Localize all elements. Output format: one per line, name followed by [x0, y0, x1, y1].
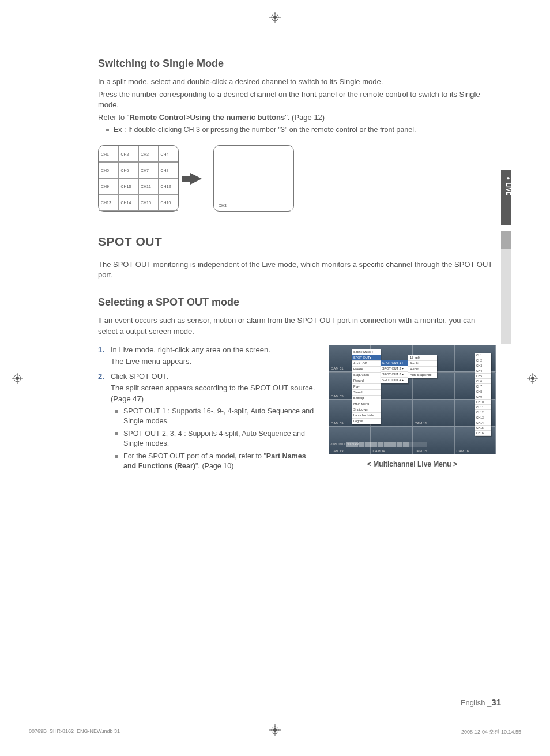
grid-cell: CH8: [159, 162, 179, 178]
submenu-item[interactable]: CH10: [475, 400, 491, 405]
svg-point-5: [531, 377, 534, 380]
submenu-item[interactable]: SPOT OUT 2 ▸: [381, 366, 408, 372]
body-text: Press the number corresponding to a desi…: [98, 89, 496, 110]
print-date: 2008-12-04 오전 10:14:55: [461, 728, 521, 736]
grid-cell: CH2: [119, 146, 139, 162]
submenu-item[interactable]: SPOT OUT 4 ▸: [381, 378, 408, 383]
grid-cell: CH5: [99, 162, 119, 178]
steps-column: In Live mode, right-click any area on th…: [98, 345, 317, 476]
submenu-item[interactable]: CH9: [475, 394, 491, 400]
grid-cell: CH13: [99, 195, 119, 211]
submenu-item[interactable]: 9-split: [408, 361, 437, 367]
menu-item[interactable]: Audio Off: [352, 361, 381, 367]
submenu-item[interactable]: CH3: [475, 363, 491, 368]
grid-cell: CH14: [119, 195, 139, 211]
grid-cell: CH6: [119, 162, 139, 178]
list-item: SPOT OUT 2, 3, 4 : Supports 4-split, Aut…: [115, 429, 317, 449]
svg-point-1: [273, 16, 277, 19]
registration-mark-icon: [12, 373, 23, 384]
step-sub: The Live menu appears.: [111, 356, 317, 367]
menu-item[interactable]: Stop Alarm: [352, 373, 381, 378]
example-text: Ex : If double-clicking CH 3 or pressing…: [114, 125, 416, 136]
print-metadata: 00769B_SHR-8162_ENG-NEW.indb 31 2008-12-…: [29, 728, 521, 736]
reference-text: Refer to "Remote Control>Using the numer…: [98, 113, 496, 122]
menu-item[interactable]: Freeze: [352, 367, 381, 373]
submenu-item[interactable]: CH7: [475, 384, 491, 389]
submenu-item[interactable]: CH5: [475, 374, 491, 379]
menu-item[interactable]: Logout: [352, 419, 381, 424]
diagram-16-grid: CH1 CH2 CH3 CH4 CH5 CH6 CH7 CH8 CH9 CH10…: [98, 145, 179, 212]
heading-switching-single: Switching to Single Mode: [98, 58, 496, 70]
list-item: For the SPOT OUT port of a model, refer …: [115, 452, 317, 472]
step-1: In Live mode, right-click any area on th…: [98, 345, 317, 367]
submenu-item[interactable]: CH6: [475, 379, 491, 384]
body-text: The SPOT OUT monitoring is independent o…: [98, 259, 496, 280]
screenshot-column: CAM 01 CAM 05 CAM 09CAM 11 CAM 13CAM 14C…: [329, 345, 496, 476]
submenu-item[interactable]: 4-split: [408, 367, 437, 373]
submenu-item[interactable]: CH4: [475, 368, 491, 374]
side-tab: LIVE: [501, 170, 513, 343]
registration-mark-icon: [269, 12, 281, 23]
body-text: In a split mode, select and double-click…: [98, 77, 496, 87]
submenu-item[interactable]: CH12: [475, 410, 491, 415]
grid-cell: CH16: [159, 195, 179, 211]
menu-item[interactable]: Search: [352, 390, 381, 396]
menu-item[interactable]: Backup: [352, 396, 381, 401]
submenu-item[interactable]: CH13: [475, 415, 491, 420]
grid-cell: CH9: [99, 179, 119, 195]
step-sub: The split screen appears according to th…: [111, 383, 317, 404]
square-bullet-icon: [106, 129, 109, 131]
submenu-item[interactable]: CH14: [475, 420, 491, 426]
example-bullet: Ex : If double-clicking CH 3 or pressing…: [106, 125, 496, 136]
page-footer: English _31: [461, 697, 501, 707]
grid-cell: CH4: [159, 146, 179, 162]
grid-cell: CH1: [99, 146, 119, 162]
submenu-item[interactable]: CH8: [475, 389, 491, 394]
grid-cell: CH3: [138, 146, 159, 162]
step-2: Click SPOT OUT. The split screen appears…: [98, 371, 317, 472]
diagram-single-box: CH3: [213, 145, 294, 212]
side-tab-spacer: [501, 231, 511, 249]
menu-item[interactable]: Record: [352, 378, 381, 384]
submenu-item[interactable]: CH16: [475, 431, 491, 436]
submenu-item[interactable]: CH11: [475, 405, 491, 410]
grid-cell: CH12: [159, 179, 179, 195]
side-tab-light: [501, 249, 511, 344]
grid-cell: CH11: [138, 179, 159, 195]
screenshot-live-menu: CAM 01 CAM 05 CAM 09CAM 11 CAM 13CAM 14C…: [329, 345, 496, 454]
heading-spot-out: SPOT OUT: [98, 235, 496, 251]
heading-selecting-spot-out: Selecting a SPOT OUT mode: [98, 296, 496, 309]
side-tab-live: LIVE: [501, 170, 511, 225]
page-content: Switching to Single Mode In a split mode…: [98, 58, 496, 476]
submenu-split[interactable]: 16-split 9-split 4-split Auto Sequence: [408, 355, 437, 378]
submenu-item[interactable]: SPOT OUT 1 ▸: [381, 360, 408, 366]
context-menu[interactable]: Scene Mode ▸ SPOT OUT ▸ Audio Off Freeze…: [352, 349, 381, 424]
submenu-item[interactable]: 16-split: [408, 355, 437, 361]
body-text: If an event occurs such as sensor, motio…: [98, 315, 496, 336]
arrow-right-icon: [190, 173, 202, 185]
menu-item-spot-out[interactable]: SPOT OUT ▸: [352, 355, 381, 361]
diagram-switching: CH1 CH2 CH3 CH4 CH5 CH6 CH7 CH8 CH9 CH10…: [98, 145, 496, 212]
print-file: 00769B_SHR-8162_ENG-NEW.indb 31: [29, 728, 120, 736]
registration-mark-icon: [527, 373, 538, 384]
menu-item[interactable]: Play: [352, 384, 381, 390]
menu-item[interactable]: Launcher hide: [352, 413, 381, 419]
submenu-spot-out[interactable]: SPOT OUT 1 ▸ SPOT OUT 2 ▸ SPOT OUT 3 ▸ S…: [381, 360, 408, 383]
grid-cell: CH7: [138, 162, 159, 178]
toolbar-icons: [346, 442, 427, 447]
submenu-channels[interactable]: CH1 CH2 CH3 CH4 CH5 CH6 CH7 CH8 CH9 CH10…: [475, 353, 491, 436]
screenshot-caption: < Multichannel Live Menu >: [329, 460, 496, 468]
list-item: SPOT OUT 1 : Supports 16-, 9-, 4-split, …: [115, 407, 317, 427]
grid-cell: CH15: [138, 195, 159, 211]
submenu-item[interactable]: CH2: [475, 358, 491, 363]
submenu-item[interactable]: Auto Sequence: [408, 373, 437, 378]
menu-item[interactable]: Shutdown: [352, 407, 381, 413]
svg-point-3: [16, 377, 19, 380]
single-box-label: CH3: [219, 204, 227, 208]
grid-cell: CH10: [119, 179, 139, 195]
submenu-item[interactable]: SPOT OUT 3 ▸: [381, 372, 408, 378]
submenu-item[interactable]: CH15: [475, 426, 491, 431]
submenu-item[interactable]: CH1: [475, 353, 491, 358]
menu-item[interactable]: Main Menu: [352, 401, 381, 407]
menu-item[interactable]: Scene Mode ▸: [352, 349, 381, 355]
